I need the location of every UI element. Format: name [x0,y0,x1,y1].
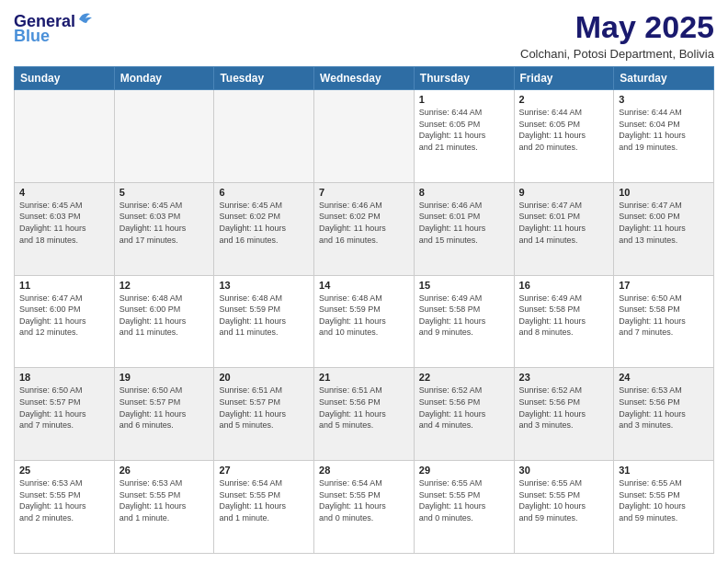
calendar-cell: 29Sunrise: 6:55 AM Sunset: 5:55 PM Dayli… [414,461,514,554]
cell-info: Sunrise: 6:51 AM Sunset: 5:57 PM Dayligh… [219,385,309,431]
day-number: 5 [119,187,210,198]
header-saturday: Saturday [614,67,714,90]
day-number: 15 [419,280,509,291]
calendar-cell: 28Sunrise: 6:54 AM Sunset: 5:55 PM Dayli… [314,461,415,554]
cell-info: Sunrise: 6:50 AM Sunset: 5:57 PM Dayligh… [19,385,109,431]
day-number: 14 [319,280,409,291]
cell-info: Sunrise: 6:48 AM Sunset: 6:00 PM Dayligh… [119,293,210,339]
day-number: 26 [119,465,210,476]
calendar-cell: 20Sunrise: 6:51 AM Sunset: 5:57 PM Dayli… [214,368,314,461]
calendar-cell: 21Sunrise: 6:51 AM Sunset: 5:56 PM Dayli… [314,368,415,461]
day-number: 7 [319,187,409,198]
calendar-cell: 8Sunrise: 6:46 AM Sunset: 6:01 PM Daylig… [414,182,514,275]
day-number: 23 [519,372,609,383]
cell-info: Sunrise: 6:52 AM Sunset: 5:56 PM Dayligh… [419,385,509,431]
cell-info: Sunrise: 6:55 AM Sunset: 5:55 PM Dayligh… [619,477,709,523]
calendar-cell: 31Sunrise: 6:55 AM Sunset: 5:55 PM Dayli… [614,461,714,554]
title-section: May 2025 Colchani, Potosi Department, Bo… [520,9,714,61]
cell-info: Sunrise: 6:47 AM Sunset: 6:01 PM Dayligh… [519,200,609,246]
cell-info: Sunrise: 6:47 AM Sunset: 6:00 PM Dayligh… [19,293,109,339]
day-number: 2 [519,94,609,105]
header-thursday: Thursday [414,67,514,90]
week-row-3: 11Sunrise: 6:47 AM Sunset: 6:00 PM Dayli… [15,275,714,368]
calendar-cell: 27Sunrise: 6:54 AM Sunset: 5:55 PM Dayli… [214,461,314,554]
cell-info: Sunrise: 6:51 AM Sunset: 5:56 PM Dayligh… [319,385,409,431]
day-number: 6 [219,187,309,198]
cell-info: Sunrise: 6:55 AM Sunset: 5:55 PM Dayligh… [419,477,509,523]
cell-info: Sunrise: 6:54 AM Sunset: 5:55 PM Dayligh… [219,477,309,523]
calendar-cell: 11Sunrise: 6:47 AM Sunset: 6:00 PM Dayli… [15,275,115,368]
calendar-table: Sunday Monday Tuesday Wednesday Thursday… [14,66,714,554]
calendar-cell: 26Sunrise: 6:53 AM Sunset: 5:55 PM Dayli… [114,461,214,554]
day-number: 24 [619,372,709,383]
cell-info: Sunrise: 6:53 AM Sunset: 5:56 PM Dayligh… [619,385,709,431]
day-number: 20 [219,372,309,383]
logo-bird-icon [77,10,94,27]
calendar-cell: 6Sunrise: 6:45 AM Sunset: 6:02 PM Daylig… [214,182,314,275]
calendar-cell: 2Sunrise: 6:44 AM Sunset: 6:05 PM Daylig… [514,90,614,183]
cell-info: Sunrise: 6:50 AM Sunset: 5:58 PM Dayligh… [619,293,709,339]
calendar-cell: 7Sunrise: 6:46 AM Sunset: 6:02 PM Daylig… [314,182,415,275]
cell-info: Sunrise: 6:49 AM Sunset: 5:58 PM Dayligh… [419,293,509,339]
cell-info: Sunrise: 6:45 AM Sunset: 6:03 PM Dayligh… [19,200,109,246]
logo-text-blue: Blue [14,28,50,46]
cell-info: Sunrise: 6:47 AM Sunset: 6:00 PM Dayligh… [619,200,709,246]
cell-info: Sunrise: 6:48 AM Sunset: 5:59 PM Dayligh… [319,293,409,339]
day-number: 22 [419,372,509,383]
calendar-cell: 13Sunrise: 6:48 AM Sunset: 5:59 PM Dayli… [214,275,314,368]
calendar-cell: 25Sunrise: 6:53 AM Sunset: 5:55 PM Dayli… [15,461,115,554]
day-number: 29 [419,465,509,476]
header-row: Sunday Monday Tuesday Wednesday Thursday… [15,67,714,90]
calendar-cell: 22Sunrise: 6:52 AM Sunset: 5:56 PM Dayli… [414,368,514,461]
cell-info: Sunrise: 6:52 AM Sunset: 5:56 PM Dayligh… [519,385,609,431]
header-friday: Friday [514,67,614,90]
day-number: 19 [119,372,210,383]
header-wednesday: Wednesday [314,67,415,90]
logo: General Blue [14,13,94,46]
header-sunday: Sunday [15,67,115,90]
calendar-cell: 24Sunrise: 6:53 AM Sunset: 5:56 PM Dayli… [614,368,714,461]
cell-info: Sunrise: 6:46 AM Sunset: 6:02 PM Dayligh… [319,200,409,246]
calendar-cell: 14Sunrise: 6:48 AM Sunset: 5:59 PM Dayli… [314,275,415,368]
day-number: 17 [619,280,709,291]
week-row-1: 1Sunrise: 6:44 AM Sunset: 6:05 PM Daylig… [15,90,714,183]
cell-info: Sunrise: 6:46 AM Sunset: 6:01 PM Dayligh… [419,200,509,246]
day-number: 27 [219,465,309,476]
calendar-cell: 12Sunrise: 6:48 AM Sunset: 6:00 PM Dayli… [114,275,214,368]
cell-info: Sunrise: 6:50 AM Sunset: 5:57 PM Dayligh… [119,385,210,431]
calendar-cell: 3Sunrise: 6:44 AM Sunset: 6:04 PM Daylig… [614,90,714,183]
day-number: 10 [619,187,709,198]
day-number: 12 [119,280,210,291]
cell-info: Sunrise: 6:55 AM Sunset: 5:55 PM Dayligh… [519,477,609,523]
cell-info: Sunrise: 6:53 AM Sunset: 5:55 PM Dayligh… [119,477,210,523]
cell-info: Sunrise: 6:44 AM Sunset: 6:05 PM Dayligh… [419,107,509,153]
day-number: 31 [619,465,709,476]
day-number: 1 [419,94,509,105]
calendar-cell: 18Sunrise: 6:50 AM Sunset: 5:57 PM Dayli… [15,368,115,461]
calendar-cell: 23Sunrise: 6:52 AM Sunset: 5:56 PM Dayli… [514,368,614,461]
calendar-cell: 10Sunrise: 6:47 AM Sunset: 6:00 PM Dayli… [614,182,714,275]
calendar-cell: 17Sunrise: 6:50 AM Sunset: 5:58 PM Dayli… [614,275,714,368]
cell-info: Sunrise: 6:48 AM Sunset: 5:59 PM Dayligh… [219,293,309,339]
day-number: 16 [519,280,609,291]
cell-info: Sunrise: 6:45 AM Sunset: 6:02 PM Dayligh… [219,200,309,246]
day-number: 25 [19,465,109,476]
calendar-cell [214,90,314,183]
calendar-cell [314,90,415,183]
calendar-cell: 5Sunrise: 6:45 AM Sunset: 6:03 PM Daylig… [114,182,214,275]
week-row-4: 18Sunrise: 6:50 AM Sunset: 5:57 PM Dayli… [15,368,714,461]
cell-info: Sunrise: 6:49 AM Sunset: 5:58 PM Dayligh… [519,293,609,339]
day-number: 18 [19,372,109,383]
cell-info: Sunrise: 6:53 AM Sunset: 5:55 PM Dayligh… [19,477,109,523]
header-monday: Monday [114,67,214,90]
day-number: 13 [219,280,309,291]
day-number: 21 [319,372,409,383]
month-title: May 2025 [520,9,714,45]
page: General Blue May 2025 Colchani, Potosi D… [0,0,728,563]
calendar-cell [114,90,214,183]
cell-info: Sunrise: 6:54 AM Sunset: 5:55 PM Dayligh… [319,477,409,523]
calendar-cell: 9Sunrise: 6:47 AM Sunset: 6:01 PM Daylig… [514,182,614,275]
cell-info: Sunrise: 6:44 AM Sunset: 6:04 PM Dayligh… [619,107,709,153]
calendar-cell [15,90,115,183]
header-tuesday: Tuesday [214,67,314,90]
